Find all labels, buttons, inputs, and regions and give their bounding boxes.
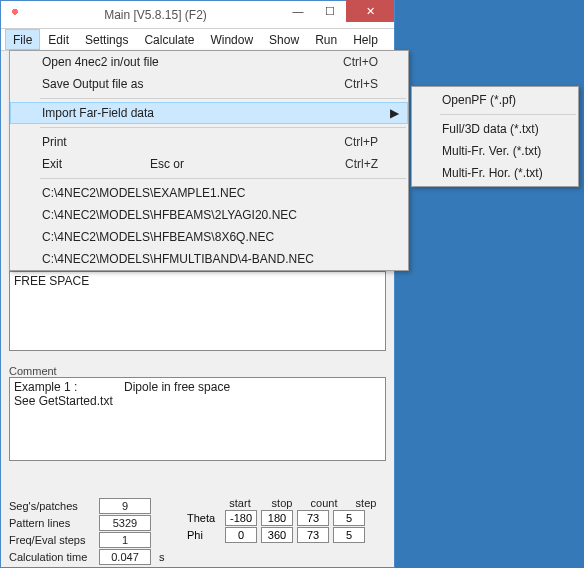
calc-label: Calculation time bbox=[9, 551, 99, 563]
theta-count[interactable]: 73 bbox=[297, 510, 329, 526]
close-button[interactable]: ✕ bbox=[346, 0, 394, 22]
theta-stop[interactable]: 180 bbox=[261, 510, 293, 526]
col-start: start bbox=[224, 497, 256, 509]
menu-recent-1[interactable]: C:\4NEC2\MODELS\HFBEAMS\2LYAGI20.NEC bbox=[10, 204, 408, 226]
submenu-openpf[interactable]: OpenPF (*.pf) bbox=[412, 89, 578, 111]
phi-row: Phi 0 360 73 5 bbox=[187, 527, 365, 543]
menu-save-output[interactable]: Save Output file asCtrl+S bbox=[10, 73, 408, 95]
theta-label: Theta bbox=[187, 512, 221, 524]
menu-recent-3[interactable]: C:\4NEC2\MODELS\HFMULTIBAND\4-BAND.NEC bbox=[10, 248, 408, 270]
calc-unit: s bbox=[159, 551, 165, 563]
phi-start[interactable]: 0 bbox=[225, 527, 257, 543]
menu-settings[interactable]: Settings bbox=[77, 29, 136, 50]
window-controls: — ☐ ✕ bbox=[282, 1, 394, 28]
menubar: File Edit Settings Calculate Window Show… bbox=[1, 29, 394, 51]
submenu-full3d[interactable]: Full/3D data (*.txt) bbox=[412, 118, 578, 140]
titlebar: Main [V5.8.15] (F2) — ☐ ✕ bbox=[1, 1, 394, 29]
window-title: Main [V5.8.15] (F2) bbox=[29, 8, 282, 22]
patlines-value[interactable]: 5329 bbox=[99, 515, 151, 531]
segs-label: Seg's/patches bbox=[9, 500, 99, 512]
separator bbox=[40, 178, 406, 179]
menu-import-farfield[interactable]: Import Far-Field data▶ bbox=[10, 102, 408, 124]
freq-label: Freq/Eval steps bbox=[9, 534, 99, 546]
submenu-arrow-icon: ▶ bbox=[390, 106, 399, 120]
menu-show[interactable]: Show bbox=[261, 29, 307, 50]
environment-text[interactable]: FREE SPACE bbox=[9, 271, 386, 351]
segs-value[interactable]: 9 bbox=[99, 498, 151, 514]
phi-count[interactable]: 73 bbox=[297, 527, 329, 543]
theta-step[interactable]: 5 bbox=[333, 510, 365, 526]
phi-label: Phi bbox=[187, 529, 221, 541]
calc-value[interactable]: 0.047 bbox=[99, 549, 151, 565]
col-count: count bbox=[308, 497, 340, 509]
maximize-button[interactable]: ☐ bbox=[314, 0, 346, 22]
file-dropdown: Open 4nec2 in/out fileCtrl+O Save Output… bbox=[9, 50, 409, 271]
grid-col-labels: start stop count step bbox=[224, 497, 382, 509]
bottom-panel: start stop count step Theta -180 180 73 … bbox=[9, 497, 386, 565]
menu-recent-0[interactable]: C:\4NEC2\MODELS\EXAMPLE1.NEC bbox=[10, 182, 408, 204]
app-icon bbox=[7, 7, 23, 23]
phi-step[interactable]: 5 bbox=[333, 527, 365, 543]
menu-calculate[interactable]: Calculate bbox=[136, 29, 202, 50]
separator bbox=[40, 127, 406, 128]
theta-start[interactable]: -180 bbox=[225, 510, 257, 526]
submenu-multifr-hor[interactable]: Multi-Fr. Hor. (*.txt) bbox=[412, 162, 578, 184]
separator bbox=[40, 98, 406, 99]
phi-stop[interactable]: 360 bbox=[261, 527, 293, 543]
menu-run[interactable]: Run bbox=[307, 29, 345, 50]
menu-recent-2[interactable]: C:\4NEC2\MODELS\HFBEAMS\8X6Q.NEC bbox=[10, 226, 408, 248]
separator bbox=[440, 114, 576, 115]
col-step: step bbox=[350, 497, 382, 509]
menu-window[interactable]: Window bbox=[202, 29, 261, 50]
comment-text[interactable]: Example 1 : Dipole in free space See Get… bbox=[9, 377, 386, 461]
minimize-button[interactable]: — bbox=[282, 0, 314, 22]
theta-row: Theta -180 180 73 5 bbox=[187, 510, 365, 526]
menu-exit[interactable]: ExitEsc orCtrl+Z bbox=[10, 153, 408, 175]
comment-label: Comment bbox=[9, 365, 386, 377]
submenu-multifr-ver[interactable]: Multi-Fr. Ver. (*.txt) bbox=[412, 140, 578, 162]
menu-open-file[interactable]: Open 4nec2 in/out fileCtrl+O bbox=[10, 51, 408, 73]
patlines-label: Pattern lines bbox=[9, 517, 99, 529]
import-submenu: OpenPF (*.pf) Full/3D data (*.txt) Multi… bbox=[411, 86, 579, 187]
menu-edit[interactable]: Edit bbox=[40, 29, 77, 50]
menu-file[interactable]: File bbox=[5, 29, 40, 50]
menu-print[interactable]: PrintCtrl+P bbox=[10, 131, 408, 153]
col-stop: stop bbox=[266, 497, 298, 509]
freq-value[interactable]: 1 bbox=[99, 532, 151, 548]
menu-help[interactable]: Help bbox=[345, 29, 386, 50]
